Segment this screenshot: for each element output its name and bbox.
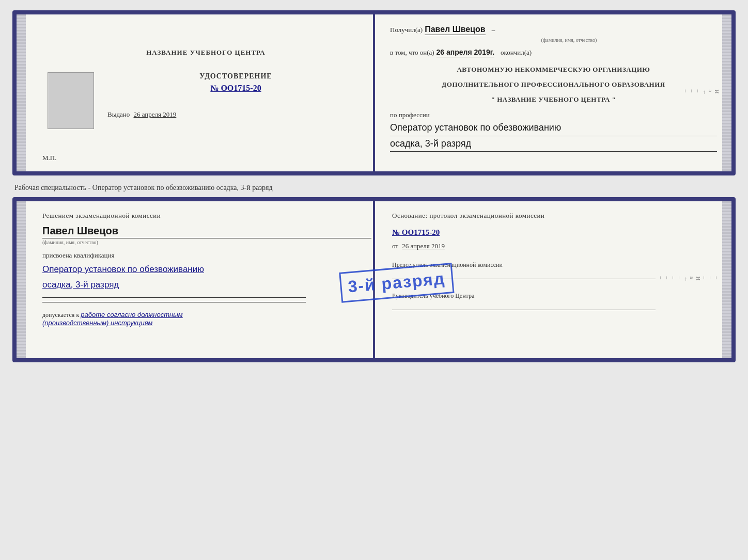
qualification2: осадка, 3-й разряд [42,278,371,292]
date-prefix: от [392,242,398,250]
side-chars-1: И а ← – – – [683,90,720,97]
issued-label: Выдано [107,110,130,118]
photo-placeholder [48,72,94,129]
basis-title: Основание: протокол экзаменационной коми… [392,212,721,220]
sig-line2 [42,302,306,302]
cert-title: УДОСТОВЕРЕНИЕ [102,72,369,81]
in-that-row: в том, что он(а) 26 апреля 2019г. окончи… [390,48,717,57]
page-wrapper: НАЗВАНИЕ УЧЕБНОГО ЦЕНТРА УДОСТОВЕРЕНИЕ №… [12,10,736,362]
card2-left-panel: Решением экзаменационной комиссии Павел … [17,201,382,358]
side-char2-dash1: – [714,277,720,283]
side-char2-dash7: – [658,277,664,283]
chairman-label: Председатель экзаменационной комиссии [392,261,721,269]
allowed-value2: (производственным) инструкциям [42,319,153,327]
side-char2-dash4: – [677,277,683,283]
side-char2-dash6: – [664,277,671,283]
card1-document: НАЗВАНИЕ УЧЕБНОГО ЦЕНТРА УДОСТОВЕРЕНИЕ №… [12,10,736,175]
card1-center-title: НАЗВАНИЕ УЧЕБНОГО ЦЕНТРА [146,49,266,57]
issued-date: 26 апреля 2019 [134,110,177,118]
mp-label: М.П. [42,154,56,162]
card2-document: Решением экзаменационной комиссии Павел … [12,197,736,362]
side-char2-dash2: – [708,277,714,283]
side-char-dash1: – [695,90,702,97]
decision-title: Решением экзаменационной комиссии [42,212,371,220]
card1-left-panel: НАЗВАНИЕ УЧЕБНОГО ЦЕНТРА УДОСТОВЕРЕНИЕ №… [17,14,380,171]
signature-lines-area [42,297,371,302]
org-line1: АВТОНОМНУЮ НЕКОММЕРЧЕСКУЮ ОРГАНИЗАЦИЮ [390,65,717,75]
side-char-arrow: ← [702,90,708,97]
issued-row: Выдано 26 апреля 2019 [107,110,176,119]
card2-name: Павел Швецов [42,225,371,238]
side-char-dash3: – [683,90,689,97]
side-char-a: а [708,90,714,97]
dash1: – [492,26,495,34]
org-block: АВТОНОМНУЮ НЕКОММЕРЧЕСКУЮ ОРГАНИЗАЦИЮ ДО… [390,65,717,105]
side-char2-dash3: – [702,277,708,283]
assigned-label: присвоена квалификация [42,251,371,260]
date-value: 26 апреля 2019 [402,242,445,250]
received-row: Получил(а) Павел Швецов – [390,25,717,35]
org-line2: ДОПОЛНИТЕЛЬНОГО ПРОФЕССИОНАЛЬНОГО ОБРАЗО… [390,79,717,90]
allowed-prefix: допускается к [42,311,79,318]
director-label: Руководитель учебного Центра [392,292,721,300]
finished-label: окончил(а) [501,49,532,57]
side-char2-dash5: – [671,277,677,283]
name-subtitle-1: (фамилия, имя, отчество) [421,37,717,43]
side-char2-arrow: ← [683,277,689,283]
recipient-name: Павел Швецов [425,25,486,35]
completion-date: 26 апреля 2019г. [437,48,494,57]
org-line3: " НАЗВАНИЕ УЧЕБНОГО ЦЕНТРА " [390,94,717,105]
profession-value2: осадка, 3-й разряд [390,137,717,152]
card2-name-subtitle: (фамилия, имя, отчество) [42,239,371,245]
between-label: Рабочая специальность - Оператор установ… [12,184,736,192]
received-prefix: Получил(а) [390,26,423,34]
qualification1: Оператор установок по обезвоживанию [42,263,371,276]
profession-value1: Оператор установок по обезвоживанию [390,121,717,136]
director-sig-line [392,310,656,310]
sig-line1 [42,297,306,298]
side-char2-a: а [689,277,695,283]
cert-number: № OO1715-20 [102,84,369,93]
allowed-text: допускается к работе согласно должностны… [42,311,371,327]
in-that-prefix: в том, что он(а) [390,49,434,57]
card1-right-panel: Получил(а) Павел Швецов – (фамилия, имя,… [380,14,731,171]
side-char-dash2: – [689,90,695,97]
chairman-sig-line [392,279,656,279]
profession-label: по профессии [390,111,717,119]
card2-right-panel: Основание: протокол экзаменационной коми… [382,201,731,358]
protocol-date: от 26 апреля 2019 [392,242,721,250]
side-char2-i: И [695,277,702,283]
side-char-i: И [714,90,720,97]
director-block: Руководитель учебного Центра [392,292,721,310]
side-chars-2: – – – И а ← – – – – [658,277,720,283]
allowed-value: работе согласно должностным [81,311,182,318]
protocol-number: № OO1715-20 [392,228,721,237]
